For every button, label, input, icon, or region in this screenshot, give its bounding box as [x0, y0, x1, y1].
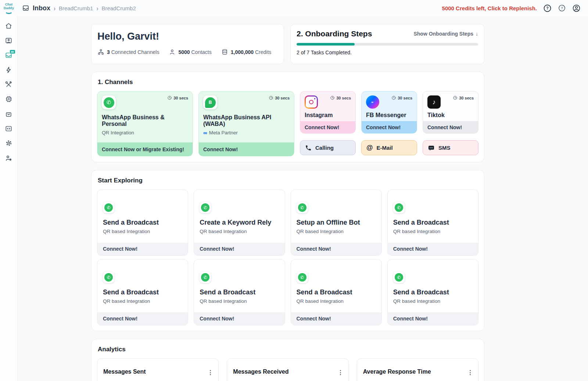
connect-now-button[interactable]: Connect Now! — [291, 312, 381, 325]
setup-time-badge: 30 secs — [330, 95, 351, 100]
instagram-icon — [305, 95, 318, 109]
stat-label: Connected Channels — [111, 49, 159, 55]
connect-now-button[interactable]: Connect Now! — [97, 243, 188, 255]
explore-card-title: Send a Broadcast — [393, 219, 473, 226]
connect-now-button[interactable]: Connect Now! — [423, 121, 478, 133]
explore-card[interactable]: ✆ Send a Broadcast QR based Integration … — [387, 259, 478, 325]
account-icon[interactable] — [572, 4, 581, 12]
kebab-menu-icon[interactable] — [338, 369, 343, 377]
setup-time-badge: 30 secs — [269, 95, 290, 100]
topbar-actions: 5000 Credits left, Click to Replenish. ?… — [442, 4, 588, 12]
channel-subtitle: QR Integration — [102, 130, 188, 135]
explore-card[interactable]: ✆ Send a Broadcast QR based Integration … — [194, 259, 285, 325]
analytics-card-title: Messages Received — [233, 369, 288, 375]
channel-title: WhatsApp Business & Personal — [102, 114, 188, 127]
analytics-card-messages-received: Messages Received — [227, 358, 348, 381]
channel-card-fb-messenger[interactable]: 30 secs FB Messenger Connect Now! — [361, 91, 417, 134]
phone-icon — [305, 145, 312, 151]
explore-card[interactable]: ✆ Send a Broadcast QR based Integration … — [387, 189, 478, 255]
connect-now-button[interactable]: Connect Now! — [388, 243, 478, 255]
breadcrumb: Inbox › BreadCrumb1 › BreadCrumb2 — [22, 4, 136, 12]
sidebar-item-shop[interactable] — [0, 106, 18, 121]
connect-now-button[interactable]: Connect Now or Migrate Existing! — [97, 142, 193, 156]
email-button[interactable]: @ E-Mail — [361, 140, 417, 155]
sidebar-item-contacts[interactable] — [0, 33, 18, 48]
explore-card[interactable]: ✆ Setup an Offline Bot QR based Integrat… — [291, 189, 382, 255]
sms-button[interactable]: SMS — [423, 140, 478, 155]
kebab-menu-icon[interactable] — [208, 369, 212, 377]
channel-card-whatsapp-waba[interactable]: 30 secs B WhatsApp Business API (WABA) ∞… — [198, 91, 294, 156]
connect-now-button[interactable]: Connect Now! — [362, 121, 417, 133]
whatsapp-icon: ✆ — [103, 202, 114, 213]
logo-text-bottom: Daddy — [4, 7, 14, 10]
chatdaddy-logo[interactable]: Chat Daddy — [0, 2, 18, 14]
onboarding-status: 2 of 7 Tasks Completed. — [297, 50, 478, 55]
explore-card-title: Send a Broadcast — [200, 289, 279, 296]
explore-card-subtitle: QR based Integration — [103, 229, 182, 234]
explore-card[interactable]: ✆ Send a Broadcast QR based Integration … — [97, 189, 188, 255]
channel-card-instagram[interactable]: 30 secs Instagram Connect Now! — [300, 91, 356, 134]
kebab-menu-icon[interactable] — [468, 369, 472, 377]
whatsapp-icon: ✆ — [102, 95, 116, 109]
at-icon: @ — [366, 144, 373, 152]
help-bold-icon[interactable]: ? — [543, 4, 552, 12]
connect-now-button[interactable]: Connect Now! — [291, 243, 381, 255]
explore-card[interactable]: ✆ Send a Broadcast QR based Integration … — [291, 259, 382, 325]
account-stats: 3 Connected Channels 5000 Contacts 1,000… — [97, 48, 278, 55]
explore-card-subtitle: QR based Integration — [103, 298, 182, 304]
sidebar-item-settings[interactable] — [0, 136, 18, 150]
clock-icon — [269, 95, 273, 100]
sidebar-item-ai[interactable]: AI — [0, 92, 18, 106]
connect-now-button[interactable]: Connect Now! — [300, 121, 355, 133]
onboarding-progress-fill — [297, 43, 355, 46]
breadcrumb-item-2[interactable]: BreadCrumb2 — [101, 5, 136, 11]
sidebar-item-developer[interactable] — [0, 121, 18, 136]
home-icon — [5, 22, 12, 30]
channel-card-whatsapp-personal[interactable]: 30 secs ✆ WhatsApp Business & Personal Q… — [97, 91, 193, 156]
sidebar-item-team[interactable] — [0, 150, 18, 165]
whatsapp-icon: ✆ — [200, 202, 211, 213]
breadcrumb-item-1[interactable]: BreadCrumb1 — [59, 5, 93, 11]
sidebar-item-tools[interactable] — [0, 77, 18, 92]
explore-card-subtitle: QR based Integration — [393, 229, 473, 234]
code-icon — [5, 125, 12, 133]
breadcrumb-separator: › — [54, 4, 55, 12]
explore-card-subtitle: QR based Integration — [297, 298, 376, 304]
setup-time-badge: 30 secs — [167, 95, 188, 100]
welcome-card: Hello, Garvit! 3 Connected Channels 5 — [91, 24, 284, 64]
tools-icon — [5, 81, 12, 88]
explore-card-title: Send a Broadcast — [393, 289, 473, 296]
channel-subtitle: ∞ Meta Partner — [203, 130, 290, 135]
onboarding-card: 2. Onboarding Steps Show Onboarding Step… — [290, 24, 484, 64]
connect-now-button[interactable]: Connect Now! — [199, 142, 294, 156]
channels-panel: 1. Channels 30 secs ✆ WhatsApp Business … — [91, 72, 484, 162]
connect-now-button[interactable]: Connect Now! — [97, 312, 188, 325]
explore-card-subtitle: QR based Integration — [297, 229, 376, 234]
show-onboarding-steps-toggle[interactable]: Show Onboarding Steps ↓ — [413, 31, 478, 37]
sidebar-item-inbox[interactable]: 99 — [0, 48, 18, 62]
stat-contacts: 5000 Contacts — [169, 48, 211, 55]
connect-now-button[interactable]: Connect Now! — [388, 312, 478, 325]
explore-card[interactable]: ✆ Create a Keyword Rely QR based Integra… — [194, 189, 285, 255]
help-icon[interactable]: ? — [558, 4, 566, 12]
button-label: E-Mail — [377, 145, 393, 151]
messenger-icon — [366, 95, 379, 109]
explore-card-subtitle: QR based Integration — [393, 298, 473, 304]
connect-now-button[interactable]: Connect Now! — [194, 243, 284, 255]
sidebar-item-automations[interactable] — [0, 62, 18, 77]
analytics-card-messages-sent: Messages Sent — [97, 358, 219, 381]
setup-time-badge: 30 secs — [453, 95, 474, 100]
sms-bubble-icon — [428, 145, 435, 151]
connect-now-button[interactable]: Connect Now! — [194, 312, 284, 325]
sidebar-item-home[interactable] — [0, 18, 18, 33]
credits-replenish-link[interactable]: 5000 Credits left, Click to Replenish. — [442, 5, 537, 11]
analytics-panel: Analytics Messages Sent Messages Receive… — [91, 339, 484, 381]
channel-card-tiktok[interactable]: 30 secs ♪ Tiktok Connect Now! — [423, 91, 478, 134]
explore-card[interactable]: ✆ Send a Broadcast QR based Integration … — [97, 259, 188, 325]
calling-button[interactable]: Calling — [300, 140, 356, 155]
stat-value: 5000 — [178, 49, 190, 55]
onboarding-title: 2. Onboarding Steps — [297, 29, 372, 38]
meta-icon: ∞ — [203, 130, 207, 135]
lightning-icon — [5, 66, 12, 74]
explore-card-subtitle: QR based Integration — [200, 229, 279, 234]
